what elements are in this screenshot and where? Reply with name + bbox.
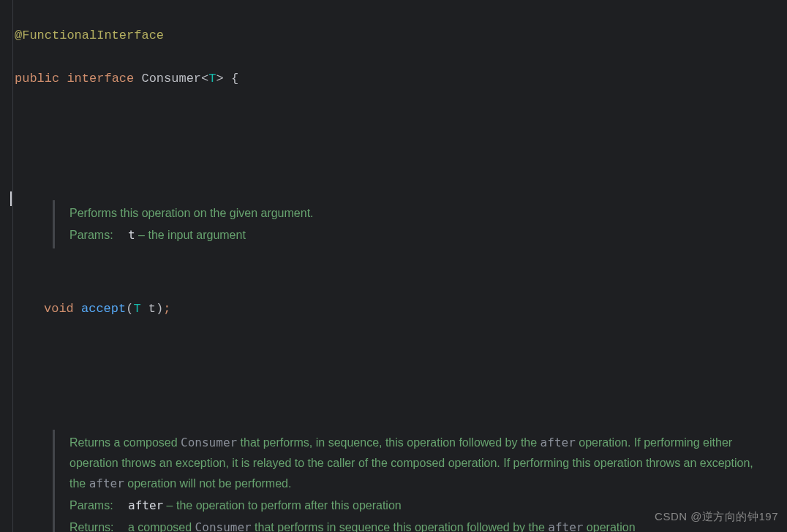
doc-params-value: t – the input argument (128, 225, 759, 246)
javadoc-accept: Performs this operation on the given arg… (53, 200, 769, 248)
watermark: CSDN @逆方向的钟197 (655, 507, 778, 526)
blank-line (15, 363, 787, 381)
caret-indicator (10, 191, 12, 206)
code-editor[interactable]: @FunctionalInterface public interface Co… (0, 0, 787, 532)
doc-params-row: Params: t – the input argument (69, 225, 759, 246)
editor-gutter (0, 0, 13, 532)
doc-summary: Performs this operation on the given arg… (69, 203, 759, 224)
doc-summary: Returns a composed Consumer that perform… (69, 433, 759, 494)
doc-params-tag: Params: (69, 495, 121, 516)
annotation-functional-interface: @FunctionalInterface (15, 28, 164, 42)
line-annotation: @FunctionalInterface (15, 25, 787, 47)
line-declaration: public interface Consumer<T> { (15, 68, 787, 90)
blank-line (15, 134, 787, 151)
doc-params-tag: Params: (69, 225, 121, 246)
doc-returns-tag: Returns: (69, 517, 121, 532)
line-accept-signature: void accept(T t); (15, 298, 787, 320)
